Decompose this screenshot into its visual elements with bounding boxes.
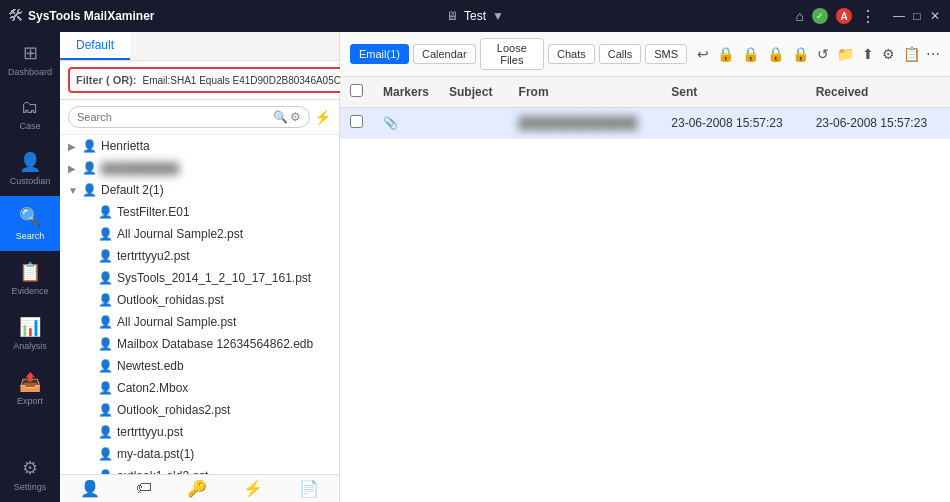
sidebar-label-analysis: Analysis [13, 341, 47, 351]
user-icon: 👤 [98, 205, 113, 219]
user-icon: 👤 [98, 249, 113, 263]
sidebar-item-analysis[interactable]: 📊 Analysis [0, 306, 60, 361]
tree-item-systools2014[interactable]: 👤 SysTools_2014_1_2_10_17_161.pst [60, 267, 339, 289]
search-icon[interactable]: 🔍 [273, 110, 288, 124]
user-icon: 👤 [98, 381, 113, 395]
dropdown-arrow-icon[interactable]: ▼ [492, 9, 504, 23]
window-label: Test [464, 9, 486, 23]
user-icon: 👤 [82, 183, 97, 197]
filter-label: Filter ( OR): [76, 74, 137, 86]
tree-item-mailboxdb[interactable]: 👤 Mailbox Database 12634564862.edb [60, 333, 339, 355]
gear-icon[interactable]: ⚙ [880, 44, 897, 64]
tree-item-label: Caton2.Mbox [117, 381, 188, 395]
upload-icon[interactable]: ⬆ [860, 44, 876, 64]
search-bar: 🔍 ⚙ ⚡ [60, 100, 339, 135]
footer-doc-icon[interactable]: 📄 [299, 479, 319, 498]
user-icon: 👤 [98, 359, 113, 373]
calls-type-button[interactable]: Calls [599, 44, 641, 64]
calendar-type-button[interactable]: Calendar [413, 44, 476, 64]
tree-item-label: Outlook_rohidas2.pst [117, 403, 230, 417]
search-input-wrap: 🔍 ⚙ [68, 106, 310, 128]
tree-item-label: SysTools_2014_1_2_10_17_161.pst [117, 271, 311, 285]
user-icon: 👤 [98, 315, 113, 329]
tree-item-default2[interactable]: ▼ 👤 Default 2(1) [60, 179, 339, 201]
reply-icon[interactable]: ↩ [695, 44, 711, 64]
home-icon[interactable]: ⌂ [796, 8, 804, 24]
sidebar-label-search: Search [16, 231, 45, 241]
sidebar-item-case[interactable]: 🗂 Case [0, 87, 60, 141]
tree-item-outlook-rohidas[interactable]: 👤 Outlook_rohidas.pst [60, 289, 339, 311]
tree-item-caton2[interactable]: 👤 Caton2.Mbox [60, 377, 339, 399]
refresh-icon[interactable]: ↺ [815, 44, 831, 64]
tree-item-mydata[interactable]: 👤 my-data.pst(1) [60, 443, 339, 465]
sms-type-button[interactable]: SMS [645, 44, 687, 64]
lock1-icon[interactable]: 🔒 [715, 44, 736, 64]
sidebar-item-search[interactable]: 🔍 Search [0, 196, 60, 251]
user-avatar[interactable]: A [836, 8, 852, 24]
tab-default[interactable]: Default [60, 32, 130, 60]
tabs-bar: Default [60, 32, 339, 61]
clipboard-icon[interactable]: 📋 [901, 44, 922, 64]
footer-tag-icon[interactable]: 🏷 [136, 479, 152, 498]
tree-item-label: tertrttyyu2.pst [117, 249, 190, 263]
filter-icon-button[interactable]: ⚡ [314, 109, 331, 125]
header-received[interactable]: Received [806, 77, 950, 108]
header-from[interactable]: From [509, 77, 662, 108]
row-received: 23-06-2008 15:57:23 [806, 108, 950, 139]
tree-item-henrietta[interactable]: ▶ 👤 Henrietta [60, 135, 339, 157]
footer-key-icon[interactable]: 🔑 [187, 479, 207, 498]
lock3-icon[interactable]: 🔒 [765, 44, 786, 64]
sidebar-item-dashboard[interactable]: ⊞ Dashboard [0, 32, 60, 87]
row-checkbox[interactable] [350, 115, 363, 128]
sidebar-label-dashboard: Dashboard [8, 67, 52, 77]
tree-item-tertrttyyu[interactable]: 👤 tertrttyyu.pst [60, 421, 339, 443]
dashboard-icon: ⊞ [23, 42, 38, 64]
tree-item-label-blurred: ██████████ [101, 162, 179, 174]
header-markers[interactable]: Markers [373, 77, 439, 108]
table-row[interactable]: 📎 ██████████████ 23-06-2008 15:57:23 23-… [340, 108, 950, 139]
minimize-button[interactable]: — [892, 9, 906, 23]
analysis-icon: 📊 [19, 316, 41, 338]
more-icon[interactable]: ⋯ [926, 46, 940, 62]
tree-item-outlook-rohidas2[interactable]: 👤 Outlook_rohidas2.pst [60, 399, 339, 421]
search-settings-icon[interactable]: ⚙ [290, 110, 301, 124]
folder-icon[interactable]: 📁 [835, 44, 856, 64]
tree-item-alljournal[interactable]: 👤 All Journal Sample.pst [60, 311, 339, 333]
sidebar-item-evidence[interactable]: 📋 Evidence [0, 251, 60, 306]
lock4-icon[interactable]: 🔒 [790, 44, 811, 64]
menu-icon[interactable]: ⋮ [860, 7, 876, 26]
header-subject[interactable]: Subject [439, 77, 509, 108]
row-marker: 📎 [373, 108, 439, 139]
close-button[interactable]: ✕ [928, 9, 942, 23]
sidebar-item-export[interactable]: 📤 Export [0, 361, 60, 416]
row-sent: 23-06-2008 15:57:23 [661, 108, 805, 139]
lock2-icon[interactable]: 🔒 [740, 44, 761, 64]
maximize-button[interactable]: □ [910, 9, 924, 23]
sidebar-item-custodian[interactable]: 👤 Custodian [0, 141, 60, 196]
search-nav-icon: 🔍 [19, 206, 41, 228]
tree-item-testfilter[interactable]: 👤 TestFilter.E01 [60, 201, 339, 223]
select-all-checkbox[interactable] [350, 84, 363, 97]
attachment-icon: 📎 [383, 116, 398, 130]
footer-user-icon[interactable]: 👤 [80, 479, 100, 498]
search-input[interactable] [77, 111, 273, 123]
footer-filter-icon[interactable]: ⚡ [243, 479, 263, 498]
tree-item-outlook1-old2[interactable]: 👤 outlook1-old2.ost [60, 465, 339, 474]
export-icon: 📤 [19, 371, 41, 393]
chats-type-button[interactable]: Chats [548, 44, 595, 64]
tree-item-blurred1[interactable]: ▶ 👤 ██████████ [60, 157, 339, 179]
case-icon: 🗂 [21, 97, 39, 118]
tree-item-tertrttyyu2[interactable]: 👤 tertrttyyu2.pst [60, 245, 339, 267]
header-sent[interactable]: Sent [661, 77, 805, 108]
tree-item-newtest[interactable]: 👤 Newtest.edb [60, 355, 339, 377]
window-controls: — □ ✕ [892, 9, 942, 23]
email-type-button[interactable]: Email(1) [350, 44, 409, 64]
left-panel: Default Filter ( OR): Email:SHA1 Equals … [60, 32, 340, 502]
app-logo: 🛠 SysTools MailXaminer [8, 7, 155, 25]
tree-item-alljournal2[interactable]: 👤 All Journal Sample2.pst [60, 223, 339, 245]
sidebar-item-settings[interactable]: ⚙ Settings [0, 447, 60, 502]
loose-files-type-button[interactable]: Loose Files [480, 38, 544, 70]
user-icon: 👤 [82, 139, 97, 153]
sidebar-label-export: Export [17, 396, 43, 406]
tree-item-label: All Journal Sample2.pst [117, 227, 243, 241]
